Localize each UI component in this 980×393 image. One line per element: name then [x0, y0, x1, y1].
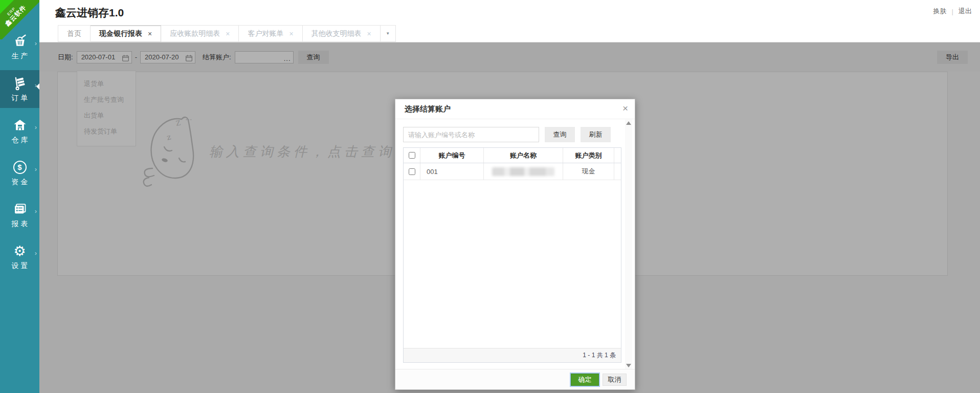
logout-link[interactable]: 退出	[959, 7, 972, 16]
tab-close-icon[interactable]: ×	[367, 30, 371, 38]
sidebar-item-warehouse[interactable]: › 仓库	[0, 112, 39, 150]
account-code-cell: 001	[420, 163, 484, 180]
app-window: ERP 鑫云软件 › 生产	[0, 0, 980, 393]
row-filler-cell	[614, 163, 621, 180]
chevron-right-icon: ›	[35, 249, 37, 257]
change-skin-link[interactable]: 换肤	[933, 7, 947, 16]
sidebar-item-label: 生产	[10, 52, 30, 61]
pagination-text: 1 - 1 共 1 条	[583, 351, 616, 360]
gear-icon: ⚙	[13, 244, 26, 259]
chevron-right-icon: ›	[35, 39, 37, 47]
sidebar-item-reports[interactable]: › 报表	[0, 196, 39, 234]
active-item-notch	[36, 83, 39, 90]
top-header: 鑫云进销存1.0 换肤 | 退出	[39, 0, 980, 25]
dialog-footer: 确定 取消	[395, 369, 635, 389]
basket-icon	[13, 34, 27, 49]
sidebar-item-settings[interactable]: ⚙ › 设置	[0, 238, 39, 276]
pagination-bar: 1 - 1 共 1 条	[404, 348, 621, 362]
column-header-account-name: 账户名称	[484, 148, 563, 163]
tab-other-income-expense[interactable]: 其他收支明细表 ×	[303, 25, 381, 42]
chevron-right-icon: ›	[35, 123, 37, 131]
gear-glyph: ⚙	[13, 244, 26, 258]
sidebar-item-label: 仓库	[10, 136, 30, 145]
tab-label: 应收账款明细表	[170, 29, 220, 38]
tab-close-icon[interactable]: ×	[226, 30, 230, 38]
account-search-input[interactable]	[403, 127, 539, 142]
sidebar-item-label: 报表	[10, 220, 30, 229]
page-title: 鑫云进销存1.0	[55, 6, 124, 20]
dialog-search-row: 查询 刷新	[403, 127, 611, 142]
account-type-cell: 现金	[563, 163, 614, 180]
column-header-filler	[614, 148, 621, 163]
sidebar-item-label: 设置	[10, 261, 30, 271]
warehouse-icon	[13, 118, 27, 133]
redacted-account-name	[492, 167, 554, 176]
table-row[interactable]: 001 现金	[404, 163, 621, 180]
account-name-cell	[484, 163, 563, 180]
brand-name: 鑫云软件	[4, 4, 28, 28]
tab-receivables-detail[interactable]: 应收账款明细表 ×	[161, 25, 239, 42]
tab-label: 其他收支明细表	[311, 29, 362, 38]
dialog-title: 选择结算账户	[405, 104, 451, 114]
tab-close-icon[interactable]: ×	[148, 30, 152, 38]
sidebar-item-label: 订单	[10, 94, 30, 103]
column-header-account-type: 账户类别	[563, 148, 614, 163]
report-icon	[13, 202, 27, 217]
tab-cash-bank-report[interactable]: 现金银行报表 ×	[91, 25, 161, 42]
tab-overflow-button[interactable]: ▼	[381, 25, 396, 42]
tab-label: 现金银行报表	[99, 29, 142, 38]
chevron-right-icon: ›	[35, 207, 37, 215]
row-checkbox[interactable]	[409, 168, 415, 175]
tab-close-icon[interactable]: ×	[289, 30, 293, 38]
scroll-up-icon[interactable]	[626, 121, 631, 125]
tab-bar: 首页 现金银行报表 × 应收账款明细表 × 客户对账单 × 其他收支明细表 × …	[39, 25, 980, 42]
dollar-icon: $	[13, 160, 27, 175]
header-links: 换肤 | 退出	[933, 7, 972, 16]
dialog-scrollbar[interactable]	[625, 120, 632, 369]
link-divider: |	[952, 8, 953, 15]
trolley-icon	[13, 76, 27, 91]
chevron-down-icon: ▼	[386, 31, 390, 36]
tab-customer-statement[interactable]: 客户对账单 ×	[239, 25, 302, 42]
dialog-header: 选择结算账户 ×	[395, 99, 635, 119]
table-header-row: 账户编号 账户名称 账户类别	[404, 148, 621, 163]
tab-home[interactable]: 首页	[58, 25, 91, 42]
tab-label: 首页	[67, 29, 81, 38]
confirm-button[interactable]: 确定	[571, 374, 599, 386]
column-header-account-code: 账户编号	[420, 148, 484, 163]
scroll-down-icon[interactable]	[626, 364, 631, 367]
table-empty-space	[404, 180, 621, 348]
row-select-cell	[404, 163, 420, 180]
select-all-checkbox[interactable]	[409, 152, 415, 159]
tab-label: 客户对账单	[248, 29, 283, 38]
sidebar-item-orders[interactable]: › 订单	[0, 70, 39, 108]
chevron-right-icon: ›	[35, 165, 37, 173]
close-icon[interactable]: ×	[622, 103, 628, 114]
dialog-refresh-button[interactable]: 刷新	[581, 127, 611, 142]
dollar-glyph: $	[17, 163, 21, 171]
sidebar-item-production[interactable]: › 生产	[0, 28, 39, 66]
dialog-query-button[interactable]: 查询	[545, 127, 575, 142]
sidebar: ERP 鑫云软件 › 生产	[0, 0, 39, 393]
select-settlement-account-dialog: 选择结算账户 × 查询 刷新 账户编号 账户名称 账户类别 001	[395, 99, 635, 390]
sidebar-nav: › 生产 › 订单	[0, 28, 39, 280]
sidebar-item-funds[interactable]: $ › 资金	[0, 154, 39, 192]
sidebar-item-label: 资金	[10, 178, 30, 187]
cancel-button[interactable]: 取消	[603, 374, 627, 386]
accounts-table: 账户编号 账户名称 账户类别 001 现金 1 - 1 共 1 条	[403, 147, 621, 363]
select-all-cell	[404, 148, 420, 163]
